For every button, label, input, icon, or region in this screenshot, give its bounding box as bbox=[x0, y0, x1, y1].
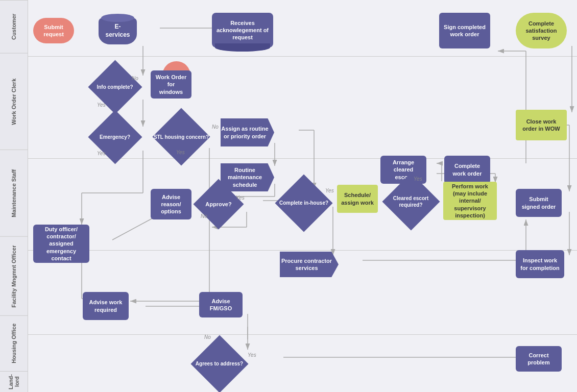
close-work-order-node: Close work order in WOW bbox=[516, 110, 567, 140]
cleared-escort-node: Cleared escort required? bbox=[384, 180, 438, 223]
sign-completed-node: Sign completed work order bbox=[439, 13, 490, 48]
lane-housing: Housing Office bbox=[0, 315, 28, 371]
diagram-container: Customer Work Order Clerk Maintenance St… bbox=[0, 0, 577, 392]
advise-work-node: Advise work required bbox=[83, 292, 129, 320]
lane-line-1 bbox=[28, 56, 577, 57]
e-services-node: E-services bbox=[99, 18, 137, 44]
lane-facility: Facility Mngmnt Officer bbox=[0, 236, 28, 316]
submit-request-label: Submit request bbox=[36, 23, 71, 38]
cleared-escort-label: Cleared escort required? bbox=[393, 195, 428, 208]
work-order-windows-label: Work Order for windows bbox=[155, 74, 187, 95]
procure-contractor-label: Procure contractor services bbox=[280, 257, 339, 272]
close-work-order-label: Close work order in WOW bbox=[520, 118, 563, 133]
advise-fmgso-node: Advise FM/GSO bbox=[199, 292, 243, 317]
agrees-address-label: Agrees to address? bbox=[196, 361, 243, 366]
advise-reason-node: Advise reason/ options bbox=[151, 189, 191, 219]
correct-problem-node: Correct problem bbox=[516, 346, 562, 372]
submit-signed-label: Submit signed order bbox=[520, 195, 558, 210]
swim-lanes: Customer Work Order Clerk Maintenance St… bbox=[0, 0, 28, 392]
label-yes-address: Yes bbox=[248, 352, 256, 358]
complete-work-order-label: Complete work order bbox=[448, 162, 486, 177]
receives-ack-label: Receives acknowlegement of request bbox=[212, 17, 273, 43]
submit-request-node: Submit request bbox=[33, 18, 74, 43]
schedule-assign-label: Schedule/ assign work bbox=[341, 191, 374, 206]
agrees-address-node: Agrees to address? bbox=[193, 342, 246, 385]
submit-signed-node: Submit signed order bbox=[516, 189, 562, 217]
e-services-label: E-services bbox=[103, 23, 133, 39]
info-complete-label: Info complete? bbox=[97, 84, 133, 90]
label-yes-info: Yes bbox=[97, 102, 106, 108]
lane-clerk: Work Order Clerk bbox=[0, 53, 28, 150]
sign-completed-label: Sign completed work order bbox=[443, 23, 486, 38]
inspect-work-label: Inspect work for completion bbox=[520, 257, 560, 272]
correct-problem-label: Correct problem bbox=[520, 352, 558, 366]
duty-officer-label: Duty officer/ contractor/ assigned emerg… bbox=[37, 226, 85, 262]
lane-line-4 bbox=[28, 334, 577, 335]
complete-inhouse-node: Complete in-house? bbox=[278, 181, 329, 225]
stl-housing-label: STL housing concern? bbox=[154, 134, 209, 140]
label-yes-stl: Yes bbox=[176, 150, 185, 155]
label-yes-escort: Yes bbox=[414, 176, 422, 182]
receives-ack-node: Receives acknowlegement of request bbox=[212, 13, 273, 47]
complete-satisfaction-label: Complete satisfaction survey bbox=[519, 20, 564, 42]
label-no-info: No bbox=[132, 76, 138, 81]
info-complete-node: Info complete? bbox=[89, 66, 140, 107]
label-yes-emerg: Yes bbox=[97, 151, 106, 156]
assign-routine-label: Assign as routine or priority order bbox=[221, 125, 274, 140]
advise-work-label: Advise work required bbox=[87, 299, 125, 313]
lane-line-3 bbox=[28, 250, 577, 251]
emergency-label: Emergency? bbox=[100, 134, 130, 140]
work-order-windows-node: Work Order for windows bbox=[151, 70, 191, 99]
schedule-assign-node: Schedule/ assign work bbox=[337, 185, 378, 213]
perform-work-node: Perform work (may include internal/ supe… bbox=[443, 182, 497, 220]
label-no-address: No bbox=[204, 334, 211, 340]
lane-maintenance: Maintenance Staff bbox=[0, 150, 28, 236]
lane-customer: Customer bbox=[0, 0, 28, 53]
complete-inhouse-label: Complete in-house? bbox=[279, 200, 328, 206]
approve-label: Approve? bbox=[205, 201, 231, 207]
label-no-stl: No bbox=[212, 124, 219, 130]
duty-officer-node: Duty officer/ contractor/ assigned emerg… bbox=[33, 225, 89, 263]
assign-routine-node: Assign as routine or priority order bbox=[221, 118, 274, 146]
procure-contractor-node: Procure contractor services bbox=[280, 252, 339, 277]
perform-work-label: Perform work (may include internal/ supe… bbox=[447, 183, 493, 219]
label-no-approve: No bbox=[201, 213, 207, 219]
label-yes-approve: Yes bbox=[236, 195, 245, 201]
advise-reason-label: Advise reason/ options bbox=[155, 193, 187, 215]
advise-fmgso-label: Advise FM/GSO bbox=[203, 298, 238, 312]
lane-landlord: Land-lord bbox=[0, 371, 28, 392]
complete-work-order-node: Complete work order bbox=[444, 156, 490, 184]
complete-satisfaction-node: Complete satisfaction survey bbox=[516, 13, 567, 48]
label-yes-inhouse: Yes bbox=[325, 188, 334, 193]
inspect-work-node: Inspect work for completion bbox=[516, 250, 564, 278]
